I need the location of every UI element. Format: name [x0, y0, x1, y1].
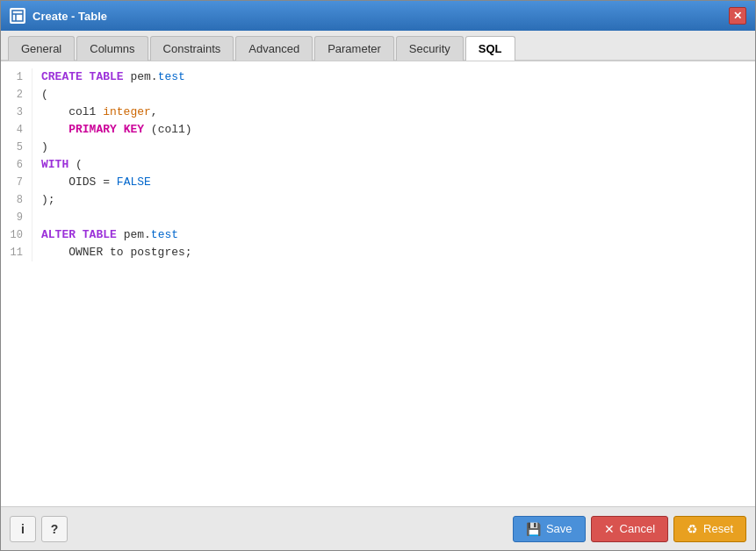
close-button[interactable]: ✕ [729, 7, 746, 25]
reset-button[interactable]: ♻ Reset [673, 516, 746, 542]
main-window: Create - Table ✕ General Columns Constra… [0, 0, 756, 551]
titlebar: Create - Table ✕ [1, 1, 755, 31]
sql-line-3: 3 col1 integer, [1, 104, 755, 121]
footer: i ? 💾 Save ✕ Cancel ♻ Reset [1, 506, 755, 550]
content-area: 1 CREATE TABLE pem.test 2 ( 3 col1 integ… [1, 61, 755, 506]
line-content-10: ALTER TABLE pem.test [41, 226, 755, 244]
titlebar-left: Create - Table [10, 8, 107, 24]
tab-general[interactable]: General [8, 36, 75, 61]
footer-right: 💾 Save ✕ Cancel ♻ Reset [513, 516, 746, 542]
help-button[interactable]: ? [41, 516, 68, 542]
reset-icon: ♻ [687, 522, 698, 536]
sql-line-10: 10 ALTER TABLE pem.test [1, 226, 755, 244]
line-content-8: ); [41, 191, 755, 209]
tab-sql[interactable]: SQL [465, 36, 515, 61]
line-num-5: 5 [1, 139, 32, 156]
tab-constraints[interactable]: Constraints [150, 36, 234, 61]
sql-line-11: 11 OWNER to postgres; [1, 244, 755, 261]
sql-line-7: 7 OIDS = FALSE [1, 174, 755, 191]
sql-editor[interactable]: 1 CREATE TABLE pem.test 2 ( 3 col1 integ… [1, 61, 755, 506]
line-num-1: 1 [1, 68, 32, 86]
tab-columns[interactable]: Columns [76, 36, 148, 61]
tabs-bar: General Columns Constraints Advanced Par… [1, 31, 755, 61]
info-button[interactable]: i [10, 516, 36, 542]
line-num-4: 4 [1, 121, 32, 139]
footer-left: i ? [10, 516, 68, 542]
sql-line-6: 6 WITH ( [1, 156, 755, 174]
cancel-button[interactable]: ✕ Cancel [591, 516, 668, 542]
line-num-9: 9 [1, 209, 32, 226]
svg-rect-0 [12, 11, 23, 21]
line-num-10: 10 [1, 226, 32, 244]
line-num-3: 3 [1, 104, 32, 121]
sql-line-5: 5 ) [1, 139, 755, 156]
line-content-4: PRIMARY KEY (col1) [41, 121, 755, 139]
line-content-2: ( [41, 86, 755, 104]
line-num-2: 2 [1, 86, 32, 104]
line-num-8: 8 [1, 191, 32, 209]
line-num-11: 11 [1, 244, 32, 261]
line-num-6: 6 [1, 156, 32, 174]
tab-advanced[interactable]: Advanced [235, 36, 313, 61]
save-button[interactable]: 💾 Save [513, 516, 586, 542]
line-content-11: OWNER to postgres; [41, 244, 755, 261]
window-title: Create - Table [32, 10, 107, 23]
line-content-7: OIDS = FALSE [41, 174, 755, 191]
line-content-5: ) [41, 139, 755, 156]
cancel-label: Cancel [620, 522, 655, 535]
line-content-1: CREATE TABLE pem.test [41, 68, 755, 86]
line-content-9 [41, 209, 755, 226]
line-num-7: 7 [1, 174, 32, 191]
reset-label: Reset [703, 522, 733, 535]
line-content-6: WITH ( [41, 156, 755, 174]
cancel-icon: ✕ [604, 522, 615, 536]
save-icon: 💾 [526, 522, 541, 536]
save-label: Save [546, 522, 572, 535]
sql-line-4: 4 PRIMARY KEY (col1) [1, 121, 755, 139]
tab-security[interactable]: Security [396, 36, 464, 61]
tab-parameter[interactable]: Parameter [314, 36, 394, 61]
table-icon [10, 8, 25, 24]
line-content-3: col1 integer, [41, 104, 755, 121]
sql-line-1: 1 CREATE TABLE pem.test [1, 68, 755, 86]
sql-line-8: 8 ); [1, 191, 755, 209]
sql-line-2: 2 ( [1, 86, 755, 104]
sql-line-9: 9 [1, 209, 755, 226]
